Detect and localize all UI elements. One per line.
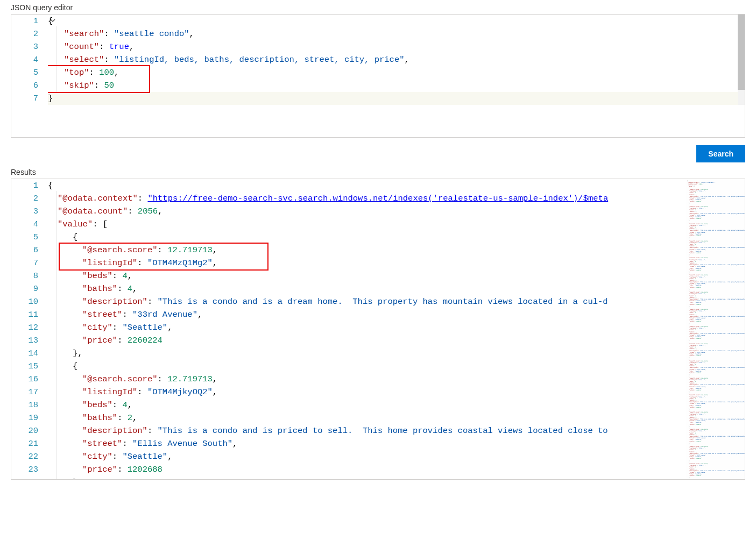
query-gutter: 1 2 3 4 5 6 7 — [11, 15, 48, 105]
results-gutter: 1 2 3 4 5 6 7 8 9 10 11 12 13 14 15 16 1… — [11, 179, 48, 479]
query-editor-label: JSON query editor — [11, 3, 745, 12]
results-editor[interactable]: 1 2 3 4 5 6 7 8 9 10 11 12 13 14 15 16 1… — [11, 179, 745, 480]
results-label: Results — [11, 168, 745, 176]
results-code: { "@odata.context": "https://free-demo-s… — [48, 179, 686, 479]
search-button[interactable]: Search — [696, 145, 745, 162]
query-scrollbar[interactable] — [738, 15, 745, 105]
query-editor[interactable]: 1 2 3 4 5 6 7 { "search": "seattle condo… — [11, 14, 745, 138]
results-minimap[interactable]: { "@odata.context": "https://free-demo..… — [686, 179, 745, 479]
query-code[interactable]: { "search": "seattle condo", "count": tr… — [48, 15, 745, 105]
